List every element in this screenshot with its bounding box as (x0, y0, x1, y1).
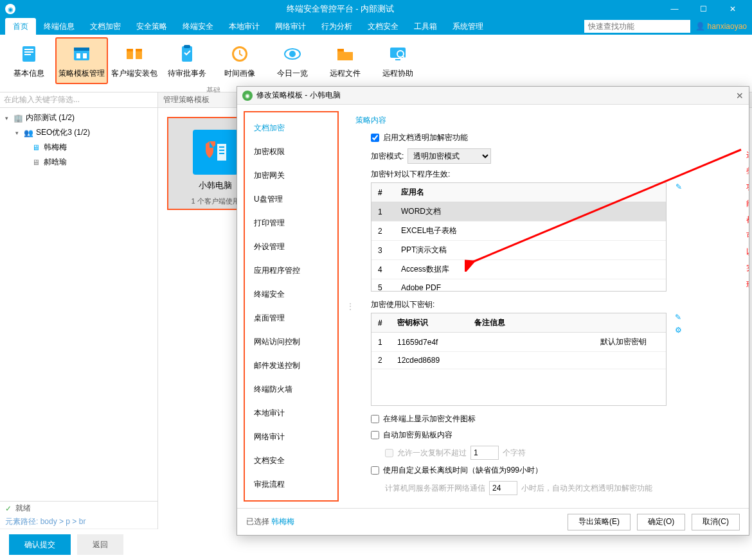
template-info: 1 个客户端使用 (191, 197, 239, 206)
tab-local-audit[interactable]: 本地审计 (221, 18, 267, 35)
tab-behavior[interactable]: 行为分析 (314, 18, 360, 35)
user-menu[interactable]: 👤 hanxiaoyao (695, 22, 747, 31)
svg-rect-13 (184, 45, 190, 48)
keys-table[interactable]: #密钥标识备注信息 111659d7e4f默认加密密钥 212cded8689 (371, 313, 667, 406)
side-terminal-sec[interactable]: 终端安全 (245, 283, 337, 306)
tab-network-audit[interactable]: 网络审计 (267, 18, 314, 35)
side-encrypt-perm[interactable]: 加密权限 (245, 140, 337, 164)
svg-rect-3 (24, 54, 31, 55)
offline-hours-input[interactable] (489, 481, 517, 495)
maximize-button[interactable]: ☐ (689, 0, 718, 18)
apps-label: 加密针对以下程序生效: (371, 169, 450, 180)
collapse-icon[interactable]: ▾ (13, 130, 21, 136)
tab-terminal-security[interactable]: 终端安全 (175, 18, 221, 35)
ribbon-time-portrait[interactable]: 时间画像 (213, 37, 266, 84)
info-icon (17, 42, 40, 66)
svg-rect-18 (337, 49, 344, 51)
ribbon-remote-assist[interactable]: 远程协助 (372, 37, 424, 84)
auto-clip-checkbox[interactable] (371, 431, 379, 439)
side-doc-sec[interactable]: 文档安全 (245, 449, 337, 473)
svg-rect-25 (219, 150, 224, 151)
side-firewall[interactable]: 终端防火墙 (245, 378, 337, 401)
minimize-button[interactable]: — (660, 0, 689, 18)
table-row[interactable]: 111659d7e4f默认加密密钥 (372, 333, 666, 352)
back-button[interactable]: 返回 (77, 534, 123, 555)
side-approval[interactable]: 审批流程 (245, 473, 337, 496)
eye-icon (281, 42, 304, 66)
template-icon (70, 42, 93, 66)
svg-rect-6 (76, 53, 80, 58)
show-icon-checkbox[interactable] (371, 415, 379, 423)
footer-selected-value: 韩梅梅 (271, 517, 294, 526)
element-path: 元素路径: body > p > br (0, 515, 157, 529)
gear-icon[interactable]: ⚙ (675, 326, 682, 335)
svg-rect-2 (24, 51, 33, 53)
ribbon-pending[interactable]: 待审批事务 (161, 37, 213, 84)
tab-security-policy[interactable]: 安全策略 (129, 18, 175, 35)
tree-user-1[interactable]: 🖥 韩梅梅 (0, 140, 157, 155)
mode-label: 加密模式: (371, 151, 404, 162)
quick-search-input[interactable] (584, 20, 690, 33)
side-web-access[interactable]: 网站访问控制 (245, 330, 337, 354)
side-print[interactable]: 打印管理 (245, 211, 337, 235)
collapse-icon[interactable]: ▾ (3, 115, 10, 121)
side-mail[interactable]: 邮件发送控制 (245, 354, 337, 378)
tab-terminal-info[interactable]: 终端信息 (36, 18, 82, 35)
clip-count-input[interactable] (470, 446, 499, 460)
keys-label: 加密使用以下密钥: (371, 299, 434, 310)
cancel-button[interactable]: 取消(C) (692, 514, 740, 530)
user-icon: 👤 (695, 22, 705, 31)
tab-doc-security[interactable]: 文档安全 (360, 18, 406, 35)
table-row[interactable]: 5Adobe PDF (372, 279, 666, 292)
table-row[interactable]: 2EXCEL电子表格 (372, 222, 666, 241)
offline-checkbox[interactable] (371, 466, 379, 475)
svg-rect-5 (74, 48, 89, 51)
clock-icon (228, 42, 251, 66)
edit-icon[interactable]: ✎ (675, 313, 682, 322)
side-app-control[interactable]: 应用程序管控 (245, 259, 337, 283)
computer-icon: 🖥 (31, 157, 41, 168)
enable-checkbox[interactable] (371, 134, 379, 142)
svg-rect-11 (136, 49, 142, 51)
tab-home[interactable]: 首页 (5, 18, 36, 35)
side-usb[interactable]: U盘管理 (245, 188, 337, 211)
clipboard-icon (175, 42, 199, 66)
tree-group[interactable]: ▾ 👥 SEO优化3 (1/2) (0, 125, 157, 140)
side-local-audit[interactable]: 本地审计 (245, 401, 337, 425)
side-accessory[interactable]: 附属功能 (245, 496, 337, 502)
dialog-sidebar: 文档加密 加密权限 加密网关 U盘管理 打印管理 外设管理 应用程序管控 终端安… (244, 111, 339, 502)
dialog-close-button[interactable]: ✕ (736, 91, 744, 101)
close-button[interactable]: ✕ (718, 0, 747, 18)
ok-button[interactable]: 确定(O) (637, 514, 685, 530)
ribbon-remote-file[interactable]: 远程文件 (319, 37, 372, 84)
submit-button[interactable]: 确认提交 (9, 534, 71, 555)
dialog-title: 修改策略模板 - 小韩电脑 (256, 90, 736, 101)
side-encrypt-gateway[interactable]: 加密网关 (245, 164, 337, 188)
side-doc-encrypt[interactable]: 文档加密 (245, 116, 337, 140)
tab-toolbox[interactable]: 工具箱 (406, 18, 445, 35)
side-network-audit[interactable]: 网络审计 (245, 425, 337, 449)
mode-select[interactable]: 透明加密模式 (407, 148, 491, 164)
side-desktop[interactable]: 桌面管理 (245, 306, 337, 330)
apps-table[interactable]: #应用名 1WORD文档 2EXCEL电子表格 3PPT演示文稿 4Access… (371, 182, 667, 292)
svg-rect-10 (127, 49, 133, 51)
table-row[interactable]: 212cded8689 (372, 352, 666, 369)
svg-point-17 (289, 51, 296, 57)
computer-icon: 🖥 (31, 143, 41, 153)
edit-icon[interactable]: ✎ (676, 182, 682, 191)
tab-system[interactable]: 系统管理 (445, 18, 491, 35)
splitter[interactable]: ⋮ (345, 105, 355, 508)
ribbon-client-package[interactable]: 客户端安装包 (108, 37, 161, 84)
ribbon-today[interactable]: 今日一览 (266, 37, 319, 84)
ribbon-basic-info[interactable]: 基本信息 (3, 37, 55, 84)
tree-root[interactable]: ▾ 🏢 内部测试 (1/2) (0, 110, 157, 125)
tab-doc-encrypt[interactable]: 文档加密 (82, 18, 129, 35)
table-row[interactable]: 1WORD文档 (372, 202, 666, 222)
tree-user-2[interactable]: 🖥 郝晗瑜 (0, 155, 157, 170)
side-peripheral[interactable]: 外设管理 (245, 235, 337, 259)
table-row[interactable]: 4Access数据库 (372, 260, 666, 279)
ribbon-policy-template[interactable]: 策略模板管理 (55, 37, 108, 84)
tree-search-input[interactable]: 在此输入关键字筛选... (0, 92, 157, 108)
table-row[interactable]: 3PPT演示文稿 (372, 241, 666, 260)
export-button[interactable]: 导出策略(E) (568, 514, 631, 530)
